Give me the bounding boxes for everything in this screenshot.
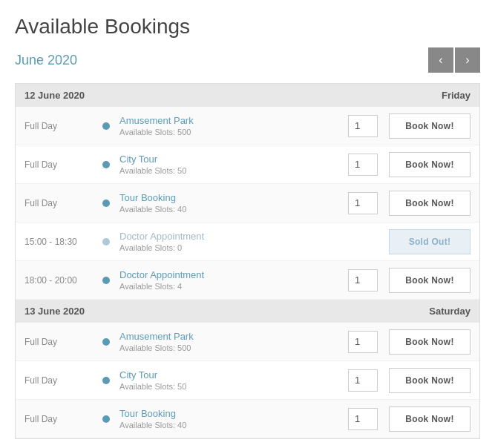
action-col[interactable]: Book Now! xyxy=(381,191,471,216)
booking-time: Full Day xyxy=(24,121,99,131)
quantity-input[interactable] xyxy=(348,115,378,137)
booking-info: Tour Booking Available Slots: 40 xyxy=(114,192,344,214)
booking-info: Tour Booking Available Slots: 40 xyxy=(114,408,344,429)
booking-time: Full Day xyxy=(24,337,99,347)
booking-info: Amusement Park Available Slots: 500 xyxy=(114,331,344,352)
booking-row: Full Day Tour Booking Available Slots: 4… xyxy=(16,400,479,438)
booking-info: Amusement Park Available Slots: 500 xyxy=(114,115,344,136)
quantity-col[interactable] xyxy=(344,369,381,392)
quantity-col[interactable] xyxy=(344,192,381,214)
day-header: 13 June 2020Saturday xyxy=(16,300,479,323)
booking-row: 15:00 - 18:30 Doctor Appointment Availab… xyxy=(16,223,479,261)
quantity-input[interactable] xyxy=(348,269,378,291)
event-slots: Available Slots: 0 xyxy=(119,243,344,252)
day-date: 12 June 2020 xyxy=(24,90,85,101)
action-col[interactable]: Book Now! xyxy=(381,406,471,432)
booking-time: 18:00 - 20:00 xyxy=(24,275,99,286)
status-dot xyxy=(102,161,110,168)
event-slots: Available Slots: 500 xyxy=(119,128,344,136)
page-title: Available Bookings xyxy=(15,15,480,39)
event-slots: Available Slots: 50 xyxy=(119,166,344,175)
booking-dot xyxy=(99,415,114,423)
action-col[interactable]: Book Now! xyxy=(381,152,471,177)
event-name: Doctor Appointment xyxy=(119,269,344,280)
booking-row: Full Day Tour Booking Available Slots: 4… xyxy=(16,184,479,223)
action-col[interactable]: Book Now! xyxy=(381,113,471,139)
event-slots: Available Slots: 40 xyxy=(119,421,344,429)
quantity-col[interactable] xyxy=(344,408,381,430)
booking-time: Full Day xyxy=(24,198,99,208)
booking-info: City Tour Available Slots: 50 xyxy=(114,369,344,391)
status-dot xyxy=(102,122,110,130)
event-name: Tour Booking xyxy=(119,192,344,203)
event-slots: Available Slots: 4 xyxy=(119,282,344,291)
month-label: June 2020 xyxy=(15,53,77,68)
booking-row: Full Day Amusement Park Available Slots:… xyxy=(16,107,479,145)
quantity-col[interactable] xyxy=(344,269,381,291)
quantity-input[interactable] xyxy=(348,408,378,430)
booking-time: Full Day xyxy=(24,159,99,170)
quantity-col[interactable] xyxy=(344,331,381,353)
quantity-input[interactable] xyxy=(348,154,378,176)
book-now-button[interactable]: Book Now! xyxy=(389,329,471,355)
status-dot xyxy=(102,200,110,207)
status-dot xyxy=(102,377,110,384)
booking-dot xyxy=(99,122,114,130)
event-name: Amusement Park xyxy=(119,115,344,126)
sold-out-button: Sold Out! xyxy=(389,229,471,254)
quantity-col[interactable] xyxy=(344,154,381,176)
booking-dot xyxy=(99,200,114,207)
action-col[interactable]: Book Now! xyxy=(381,268,471,293)
booking-info: City Tour Available Slots: 50 xyxy=(114,154,344,175)
month-nav: June 2020 ‹ › xyxy=(15,47,480,73)
booking-time: Full Day xyxy=(24,375,99,386)
book-now-button[interactable]: Book Now! xyxy=(389,368,471,393)
booking-row: Full Day Amusement Park Available Slots:… xyxy=(16,323,479,361)
action-col[interactable]: Book Now! xyxy=(381,368,471,393)
event-name: Amusement Park xyxy=(119,331,344,342)
event-slots: Available Slots: 500 xyxy=(119,343,344,352)
booking-dot xyxy=(99,338,114,346)
day-date: 13 June 2020 xyxy=(24,306,85,317)
booking-dot xyxy=(99,238,114,246)
event-slots: Available Slots: 50 xyxy=(119,382,344,391)
quantity-col[interactable] xyxy=(344,115,381,137)
booking-row: 18:00 - 20:00 Doctor Appointment Availab… xyxy=(16,261,479,300)
nav-buttons: ‹ › xyxy=(428,47,480,73)
action-col[interactable]: Book Now! xyxy=(381,329,471,355)
booking-dot xyxy=(99,377,114,384)
event-name: Doctor Appointment xyxy=(119,231,344,242)
booking-info: Doctor Appointment Available Slots: 4 xyxy=(114,269,344,291)
book-now-button[interactable]: Book Now! xyxy=(389,113,471,139)
action-col[interactable]: Sold Out! xyxy=(381,229,471,254)
booking-row: Full Day City Tour Available Slots: 50 B… xyxy=(16,361,479,400)
booking-dot xyxy=(99,161,114,168)
booking-info: Doctor Appointment Available Slots: 0 xyxy=(114,231,344,252)
booking-dot xyxy=(99,277,114,284)
day-name: Saturday xyxy=(429,306,471,317)
status-dot xyxy=(102,415,110,423)
quantity-input[interactable] xyxy=(348,369,378,392)
prev-month-button[interactable]: ‹ xyxy=(428,47,453,73)
day-header: 12 June 2020Friday xyxy=(16,84,479,107)
status-dot xyxy=(102,338,110,346)
booking-row: Full Day City Tour Available Slots: 50 B… xyxy=(16,145,479,184)
book-now-button[interactable]: Book Now! xyxy=(389,406,471,432)
event-name: City Tour xyxy=(119,369,344,381)
event-slots: Available Slots: 40 xyxy=(119,205,344,214)
book-now-button[interactable]: Book Now! xyxy=(389,152,471,177)
status-dot xyxy=(102,238,110,246)
booking-time: Full Day xyxy=(24,414,99,424)
booking-time: 15:00 - 18:30 xyxy=(24,237,99,247)
next-month-button[interactable]: › xyxy=(455,47,480,73)
quantity-input[interactable] xyxy=(348,192,378,214)
day-name: Friday xyxy=(442,90,471,101)
event-name: City Tour xyxy=(119,154,344,165)
bookings-table: 12 June 2020Friday Full Day Amusement Pa… xyxy=(15,83,480,439)
book-now-button[interactable]: Book Now! xyxy=(389,191,471,216)
event-name: Tour Booking xyxy=(119,408,344,419)
status-dot xyxy=(102,277,110,284)
quantity-input[interactable] xyxy=(348,331,378,353)
book-now-button[interactable]: Book Now! xyxy=(389,268,471,293)
